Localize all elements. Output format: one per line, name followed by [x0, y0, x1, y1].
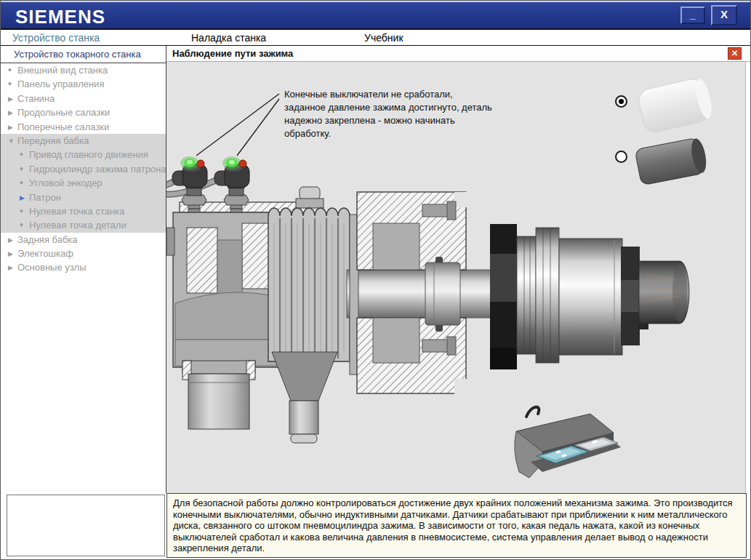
- bullet-icon: •: [20, 162, 29, 176]
- chevron-right-icon: ▶: [8, 247, 17, 261]
- radio-light-workpiece[interactable]: [615, 95, 627, 108]
- sidebar-header: Устройство токарного станка: [1, 46, 166, 63]
- content-header: Наблюдение пути зажима ✕: [166, 46, 751, 62]
- close-window-button[interactable]: X: [711, 5, 737, 25]
- status-annotation: Конечные выключатели не сработали, задан…: [284, 88, 497, 140]
- chuck-group: [490, 224, 648, 369]
- description-panel: Для безопасной работы должно контролиров…: [166, 493, 747, 558]
- sidebar-item-cross-slide[interactable]: ▶Поперечные салазки: [1, 120, 166, 134]
- bullet-icon: •: [20, 176, 29, 190]
- tab-machine-setup[interactable]: Наладка станка: [191, 32, 266, 44]
- chevron-right-icon: ▶: [8, 121, 17, 135]
- sidebar-item-electrical-cabinet[interactable]: ▶Электошкаф: [1, 247, 166, 260]
- chevron-right-icon: ▶: [8, 233, 17, 247]
- sidebar-item-headstock[interactable]: ▼Передняя бабка: [1, 134, 166, 148]
- drain-fitting: [272, 352, 337, 443]
- chevron-right-icon: ▶: [8, 92, 17, 106]
- tab-machine-design[interactable]: Устройство станка: [12, 32, 100, 44]
- sidebar-item-angle-encoder[interactable]: •Угловой энкодер: [1, 176, 166, 190]
- application-window: SIEMENS _ X Устройство станка Наладка ст…: [0, 0, 751, 560]
- bullet-icon: •: [20, 218, 29, 232]
- limit-switch-left: [172, 156, 207, 196]
- radio-dot-icon: [619, 99, 624, 104]
- limit-switch-right: [214, 156, 249, 196]
- simulation-canvas: Конечные выключатели не сработали, задан…: [166, 62, 746, 493]
- chevron-right-icon: ▶: [20, 191, 29, 205]
- page-title: Наблюдение пути зажима: [172, 48, 293, 59]
- bullet-icon: •: [8, 63, 17, 77]
- radio-dark-workpiece[interactable]: [615, 151, 627, 163]
- sidebar-item-main-drive[interactable]: •Привод главного движения: [1, 148, 166, 161]
- sidebar-item-chuck-hydraulic-cylinder[interactable]: •Гидроцилиндр зажима патрона: [1, 162, 166, 176]
- chevron-right-icon: ▶: [8, 106, 17, 120]
- sidebar-item-control-panel[interactable]: •Панель управления: [1, 77, 166, 91]
- spindle-housing-group: [268, 187, 350, 443]
- sidebar-item-main-units[interactable]: ▶Основные узлы: [1, 260, 166, 274]
- workpiece-option-light: [636, 76, 715, 134]
- tab-bar: Устройство станка Наладка станка Учебник: [1, 28, 750, 46]
- chevron-down-icon: ▼: [8, 135, 17, 148]
- sidebar-item-longitudinal-slide[interactable]: ▶Продольные салазки: [1, 105, 166, 119]
- callout-lines: [196, 94, 279, 156]
- sidebar-item-machine-exterior[interactable]: •Внешний вид станка: [1, 63, 166, 77]
- red-led-icon: [239, 160, 246, 167]
- sidebar-item-machine-zero-point[interactable]: •Нулевая точка станка: [1, 204, 166, 218]
- tab-textbook[interactable]: Учебник: [364, 32, 403, 44]
- cylinder-lower-boss: [182, 361, 255, 429]
- sidebar-item-chuck[interactable]: ▶Патрон: [1, 191, 166, 204]
- navigation-sidebar: Устройство токарного станка •Внешний вид…: [1, 46, 166, 493]
- spindle-shaft: [347, 270, 493, 318]
- chevron-right-icon: ▶: [8, 261, 17, 275]
- red-led-icon: [197, 160, 204, 167]
- title-bar: SIEMENS _ X: [1, 1, 750, 30]
- content-panel: Наблюдение пути зажима ✕: [166, 46, 751, 493]
- sidebar-item-part-zero-point[interactable]: •Нулевая точка детали: [1, 218, 166, 232]
- bullet-icon: •: [20, 148, 29, 161]
- workpiece-bar: [639, 261, 689, 324]
- close-panel-button[interactable]: ✕: [728, 47, 742, 60]
- notes-panel: [7, 495, 165, 556]
- minimize-button[interactable]: _: [680, 7, 705, 24]
- bullet-icon: •: [20, 204, 29, 218]
- bullet-icon: •: [8, 77, 17, 91]
- sidebar-item-tailstock[interactable]: ▶Задняя бабка: [1, 233, 166, 247]
- sidebar-item-bed[interactable]: ▶Станина: [1, 92, 166, 105]
- foot-pedal: [515, 407, 621, 478]
- siemens-logo: SIEMENS: [15, 6, 105, 28]
- workpiece-option-dark: [635, 137, 709, 185]
